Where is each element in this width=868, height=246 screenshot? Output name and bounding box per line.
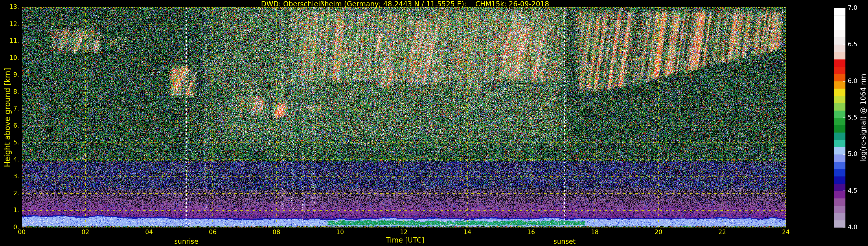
- colorbar-tick-label: 4.5: [848, 188, 857, 194]
- y-tick-label: 2.: [0, 190, 19, 197]
- y-tick-label: 8.: [0, 89, 19, 95]
- y-tick-label: 0.: [0, 224, 19, 230]
- y-tick-label: 12.: [0, 21, 19, 28]
- x-tick-label: 10: [330, 229, 350, 236]
- colorbar-tick-label: 6.0: [848, 78, 857, 85]
- colorbar-tick-label: 5.0: [848, 151, 857, 157]
- colorbar-tick-label: 5.5: [848, 114, 857, 121]
- x-tick-label: 08: [266, 229, 286, 236]
- sunset-annotation: sunset: [554, 238, 576, 245]
- colorbar-tick-label: 7.0: [848, 5, 857, 11]
- chart-title: DWD: Oberschleißheim (Germany; 48.2443 N…: [261, 0, 549, 8]
- y-tick-label: 13.: [0, 4, 19, 10]
- sunrise-annotation: sunrise: [174, 238, 198, 245]
- y-tick-label: 10.: [0, 55, 19, 61]
- x-tick-label: 06: [203, 229, 223, 236]
- x-tick-label: 18: [585, 229, 605, 236]
- x-axis-label: Time [UTC]: [386, 237, 425, 244]
- y-tick-label: 1.: [0, 207, 19, 214]
- colorbar-label: log(rc-signal) @ 1064 nm: [860, 74, 867, 162]
- x-tick-label: 04: [139, 229, 159, 236]
- x-tick-label: 24: [776, 229, 796, 236]
- x-tick-label: 14: [458, 229, 478, 236]
- x-tick-label: 22: [712, 229, 732, 236]
- colorbar-tick-label: 6.5: [848, 41, 857, 48]
- y-tick-label: 6.: [0, 122, 19, 129]
- y-tick-label: 9.: [0, 71, 19, 78]
- y-tick-label: 11.: [0, 38, 19, 44]
- y-tick-label: 4.: [0, 156, 19, 163]
- y-tick-label: 7.: [0, 105, 19, 112]
- colorbar-tick-label: 4.0: [848, 224, 857, 230]
- y-tick-label: 3.: [0, 173, 19, 180]
- y-axis-label: Height above ground [km]: [3, 68, 12, 167]
- ceilometer-quicklook-figure: DWD: Oberschleißheim (Germany; 48.2443 N…: [0, 0, 868, 246]
- x-tick-label: 02: [75, 229, 95, 236]
- x-tick-label: 20: [648, 229, 669, 236]
- x-tick-label: 16: [521, 229, 541, 236]
- y-tick-label: 5.: [0, 139, 19, 146]
- heatmap-canvas: [0, 0, 868, 246]
- x-tick-label: 12: [394, 229, 414, 236]
